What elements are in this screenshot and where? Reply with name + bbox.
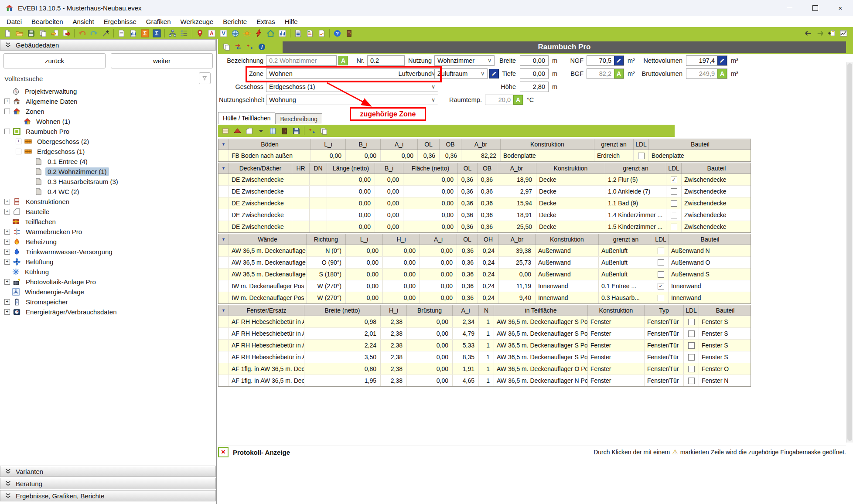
tree-item[interactable]: Teilflächen	[0, 217, 215, 227]
table-row[interactable]: FB Boden nach außen0,000,000,000,360,368…	[218, 150, 751, 161]
column-header[interactable]: A_i	[420, 234, 457, 245]
ldl-checkbox-cell[interactable]	[653, 269, 669, 280]
column-header[interactable]: A_br	[461, 139, 501, 150]
breite-field[interactable]: 0,00	[520, 55, 549, 66]
table-row[interactable]: AF RH Hebeschiebetür in AW 36,5...3,502,…	[218, 351, 751, 363]
open-folder-button[interactable]	[14, 27, 25, 39]
nutzung-dropdown[interactable]: Wohnzimmer ∨	[434, 55, 495, 66]
column-header[interactable]: Konstruktion	[536, 163, 605, 174]
goto-button[interactable]	[826, 27, 838, 39]
chart-edit-button[interactable]	[838, 27, 850, 39]
table-row[interactable]: DE Zwischendecke0,000,000,000,360,3618,9…	[218, 209, 751, 221]
sum-blue-button[interactable]: Σ	[151, 27, 163, 39]
table-row[interactable]: DE Zwischendecke0,000,000,000,360,3618,9…	[218, 174, 751, 186]
list-icon-button[interactable]	[178, 27, 190, 39]
info-button[interactable]: i	[256, 41, 268, 52]
sidebar-panel-1[interactable]: Varianten	[0, 466, 216, 477]
column-header[interactable]: H_i	[381, 305, 407, 316]
menu-hilfe[interactable]: Hilfe	[280, 18, 303, 25]
tree-item[interactable]: +Bauteile	[0, 207, 215, 217]
column-header[interactable]: Bauteil	[669, 234, 751, 245]
vertical-scrollbar[interactable]	[846, 62, 853, 443]
tree-item[interactable]: Wohnen (1)	[0, 116, 215, 126]
checkbox[interactable]	[658, 259, 664, 266]
table-row[interactable]: AW 36,5 m. Deckenauflager O Pos ...O (90…	[218, 257, 751, 269]
column-header[interactable]: Länge (netto)	[327, 163, 375, 174]
ldl-checkbox-cell[interactable]	[684, 375, 699, 386]
tree-item[interactable]: +Allgemeine Daten	[0, 96, 215, 106]
checkbox[interactable]	[658, 295, 664, 301]
table-row[interactable]: AW 36,5 m. Deckenauflager S Pos ...S (18…	[218, 269, 751, 280]
doc-energy-button[interactable]	[304, 27, 316, 39]
table-row[interactable]: DE Zwischendecke0,000,000,000,360,3625,5…	[218, 221, 751, 232]
checkbox[interactable]	[671, 188, 677, 195]
checkbox[interactable]	[658, 271, 664, 278]
column-header[interactable]: N	[479, 305, 494, 316]
column-header[interactable]: A_br	[499, 234, 536, 245]
tree-expander-minus[interactable]: −	[16, 149, 21, 154]
tree-expander-plus[interactable]: +	[4, 259, 10, 265]
tree-expander-plus[interactable]: +	[16, 139, 21, 144]
next-button[interactable]: weiter	[111, 53, 213, 68]
tree-item[interactable]: 0.3 Hausarbeitsraum (3)	[0, 177, 215, 187]
undo-button[interactable]	[76, 27, 88, 39]
menu-grafiken[interactable]: Grafiken	[141, 18, 176, 25]
ldl-checkbox-cell[interactable]	[666, 209, 682, 221]
column-header[interactable]: Böden	[229, 139, 311, 150]
tree-item[interactable]: 0.2 Wohnzimmer (1)	[0, 167, 215, 177]
column-header[interactable]: OL	[457, 234, 478, 245]
maximize-button[interactable]	[802, 0, 828, 16]
column-header[interactable]: OL	[418, 139, 440, 150]
checkbox[interactable]	[688, 378, 695, 384]
manual-badge[interactable]	[614, 56, 624, 65]
add-window-button[interactable]	[267, 125, 279, 136]
tree-item[interactable]: +Konstruktionen	[0, 197, 215, 207]
table-row[interactable]: AF RH Hebeschiebetür in AW 36,5...2,242,…	[218, 340, 751, 351]
column-header[interactable]: OB	[440, 139, 461, 150]
tree-item[interactable]: 0.4 WC (2)	[0, 187, 215, 197]
menu-berichte[interactable]: Berichte	[218, 18, 252, 25]
table-row[interactable]: AF RH Hebeschiebetür in AW 36,5...2,012,…	[218, 328, 751, 340]
table-row[interactable]: IW m. Deckenauflager Pos 017W (270°)0,00…	[218, 292, 751, 303]
column-header[interactable]: Typ	[645, 305, 684, 316]
dropdown-arrow-button[interactable]	[255, 125, 267, 136]
tree-item[interactable]: −Erdgeschoss (1)	[0, 146, 215, 157]
table-row[interactable]: DE Zwischendecke0,000,000,000,360,3615,9…	[218, 198, 751, 209]
column-header[interactable]: A_i	[453, 305, 479, 316]
auto-badge[interactable]: A	[338, 56, 348, 65]
nutzungseinheit-dropdown[interactable]: Wohnung ∨	[266, 95, 438, 105]
tree-item[interactable]: Projektverwaltung	[0, 86, 215, 96]
tree-item[interactable]: +Trinkwarmwasser-Versorgung	[0, 247, 215, 257]
auto-badge[interactable]: A	[614, 69, 624, 78]
house-energy-button[interactable]	[265, 27, 276, 39]
column-header[interactable]: LDL	[653, 234, 669, 245]
column-header[interactable]: Konstruktion	[501, 139, 594, 150]
ldl-checkbox-cell[interactable]	[684, 363, 699, 375]
ldl-checkbox-cell[interactable]: ✓	[653, 280, 669, 292]
tree-expander-plus[interactable]: +	[4, 199, 10, 204]
tree-expander-plus[interactable]: +	[4, 99, 10, 104]
sidebar-panel-3[interactable]: Ergebnisse, Grafiken, Berichte	[0, 490, 216, 501]
column-header[interactable]: LDL	[684, 305, 699, 316]
checkbox[interactable]	[688, 354, 695, 361]
sort-indicator[interactable]: ▼	[218, 305, 229, 316]
column-header[interactable]: A_i	[381, 139, 418, 150]
column-header[interactable]: Bauteil	[699, 305, 751, 316]
tree-item[interactable]: +Energieträger/Verbrauchsdaten	[0, 307, 215, 317]
export-button[interactable]	[61, 27, 72, 39]
ldl-checkbox-cell[interactable]	[666, 221, 682, 232]
column-header[interactable]: A_br	[497, 163, 536, 174]
column-header[interactable]: Konstruktion	[536, 234, 599, 245]
add-roof-button[interactable]	[232, 125, 243, 136]
menu-werkzeuge[interactable]: Werkzeuge	[176, 18, 218, 25]
ldl-checkbox-cell[interactable]	[684, 328, 699, 339]
ldl-checkbox-cell[interactable]	[666, 198, 682, 209]
chart-bars-button[interactable]	[276, 27, 288, 39]
tree-expander-minus[interactable]: −	[4, 129, 10, 134]
column-header[interactable]: in Teilfläche	[494, 305, 588, 316]
column-header[interactable]: H_i	[383, 234, 420, 245]
column-header[interactable]: grenzt an	[599, 234, 653, 245]
ldl-checkbox-cell[interactable]	[653, 245, 669, 256]
tree-item[interactable]: +Stromspeicher	[0, 297, 215, 307]
tree-item[interactable]: +Belüftung	[0, 257, 215, 267]
